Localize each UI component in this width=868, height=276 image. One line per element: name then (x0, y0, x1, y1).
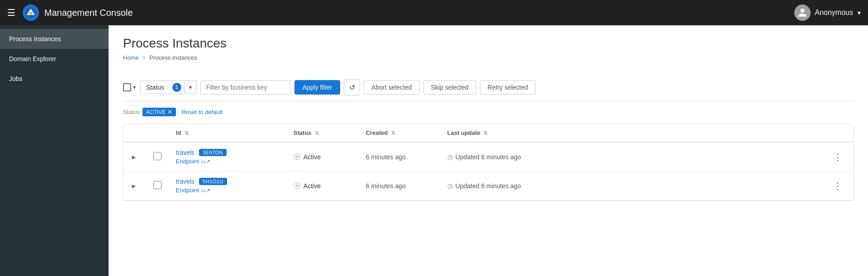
col-id-header: Id ⇅ (169, 124, 286, 142)
last-update-label: ◷ Updated 6 minutes ago (447, 153, 815, 161)
process-instances-table-container: Id ⇅ Status ⇅ Created ⇅ Last update (123, 124, 854, 201)
col-lastupdate-label: Last update (447, 129, 480, 136)
filter-tag-value-text: ACTIVE (146, 109, 166, 115)
filter-tag-close-btn[interactable]: ✕ (167, 109, 172, 115)
app-title: Management Console (44, 8, 794, 18)
layout: Process Instances Domain Explorer Jobs P… (0, 25, 868, 276)
row-created-cell: 6 minutes ago (359, 142, 440, 171)
filter-tags-row: Status ACTIVE ✕ Reset to default (123, 101, 854, 122)
col-expand-header (123, 124, 146, 142)
username-label: Anonymous (815, 9, 854, 17)
col-status-header: Status ⇅ (286, 124, 359, 142)
breadcrumb: Home > Process instances (123, 54, 854, 61)
sidebar-item-domain-explorer[interactable]: Domain Explorer (0, 49, 109, 69)
refresh-icon: ↺ (349, 83, 355, 92)
col-lastupdate-sort-icon[interactable]: ⇅ (484, 130, 488, 136)
row-actions-cell: ⋮ (822, 171, 853, 200)
row-lastupdate-cell: ◷ Updated 6 minutes ago (440, 142, 822, 171)
row-status-cell: ☉ Active (286, 142, 359, 171)
expand-arrow-icon[interactable]: ► (131, 153, 137, 161)
status-active-icon: ☉ (294, 181, 301, 191)
status-text: Active (304, 182, 321, 190)
row-created-cell: 6 minutes ago (359, 171, 440, 200)
row-status-cell: ☉ Active (286, 171, 359, 200)
row-checkbox-cell (146, 171, 169, 200)
process-instances-table: Id ⇅ Status ⇅ Created ⇅ Last update (123, 124, 853, 200)
endpoint-link[interactable]: Endpoint ▭↗ (176, 187, 279, 194)
status-filter-tag: Status ACTIVE ✕ (123, 108, 176, 116)
row-context-menu-button[interactable]: ⋮ (830, 150, 846, 164)
user-menu[interactable]: Anonymous ▾ (794, 5, 861, 21)
row-checkbox[interactable] (153, 181, 161, 189)
sidebar-label-domain-explorer: Domain Explorer (9, 55, 56, 62)
toolbar: ▾ Status 1 ▾ Apply filter ↺ Abort select… (123, 72, 854, 101)
expand-arrow-icon[interactable]: ► (131, 182, 137, 190)
business-key-input[interactable] (200, 80, 291, 95)
status-text: Active (304, 153, 321, 161)
sidebar-item-process-instances[interactable]: Process Instances (0, 29, 109, 49)
select-all-area: ▾ (123, 83, 137, 91)
abort-selected-button[interactable]: Abort selected (364, 80, 420, 95)
col-id-sort-icon[interactable]: ⇅ (185, 130, 189, 136)
row-id-cell: travels 3E97DN Endpoint ▭↗ (169, 142, 286, 171)
external-link-icon: ▭↗ (201, 158, 210, 165)
process-name-link[interactable]: travels (176, 178, 194, 185)
status-filter: Status 1 ▾ (140, 81, 197, 94)
status-filter-label: Status (141, 81, 170, 94)
reset-default-link[interactable]: Reset to default (181, 109, 223, 115)
row-expand-cell: ► (123, 171, 146, 200)
page-title: Process Instances (123, 36, 854, 51)
endpoint-label: Endpoint (176, 187, 199, 194)
created-time-label: 6 minutes ago (366, 153, 406, 161)
row-context-menu-button[interactable]: ⋮ (830, 179, 846, 193)
status-dropdown-btn[interactable]: ▾ (184, 81, 196, 93)
sidebar-item-jobs[interactable]: Jobs (0, 69, 109, 89)
apply-filter-button[interactable]: Apply filter (294, 80, 340, 95)
breadcrumb-separator: > (142, 54, 146, 61)
retry-selected-button[interactable]: Retry selected (480, 80, 536, 95)
update-history-icon: ◷ (447, 182, 453, 190)
update-history-icon: ◷ (447, 153, 453, 161)
col-created-label: Created (366, 129, 388, 136)
row-lastupdate-cell: ◷ Updated 6 minutes ago (440, 171, 822, 200)
row-id-cell: travels 5H1O1U Endpoint ▭↗ (169, 171, 286, 200)
select-dropdown-btn[interactable]: ▾ (132, 83, 137, 91)
main-content: Process Instances Home > Process instanc… (109, 25, 868, 276)
row-expand-cell: ► (123, 142, 146, 171)
status-active-icon: ☉ (294, 152, 301, 162)
user-dropdown-arrow[interactable]: ▾ (858, 9, 861, 16)
col-created-header: Created ⇅ (359, 124, 440, 142)
sidebar-label-jobs: Jobs (9, 75, 23, 82)
created-time-label: 6 minutes ago (366, 182, 406, 190)
endpoint-link[interactable]: Endpoint ▭↗ (176, 158, 279, 165)
filter-tag-label: Status (123, 109, 140, 115)
col-created-sort-icon[interactable]: ⇅ (391, 130, 395, 136)
table-row: ► travels 3E97DN Endpoint ▭↗ ☉ Active 6 … (123, 142, 853, 171)
select-all-checkbox[interactable] (123, 83, 131, 91)
filter-tag-value: ACTIVE ✕ (142, 108, 176, 116)
breadcrumb-current: Process instances (149, 54, 197, 61)
refresh-button[interactable]: ↺ (344, 79, 360, 95)
row-checkbox[interactable] (153, 152, 161, 160)
skip-selected-button[interactable]: Skip selected (423, 80, 476, 95)
col-lastupdate-header: Last update ⇅ (440, 124, 822, 142)
breadcrumb-home-link[interactable]: Home (123, 54, 139, 61)
col-actions-header (822, 124, 853, 142)
sidebar-label-process-instances: Process Instances (9, 35, 61, 43)
instance-id-badge: 3E97DN (199, 149, 227, 156)
table-body: ► travels 3E97DN Endpoint ▭↗ ☉ Active 6 … (123, 142, 853, 200)
col-status-label: Status (294, 129, 312, 136)
topbar: ☰ Management Console Anonymous ▾ (0, 0, 868, 25)
row-actions-cell: ⋮ (822, 142, 853, 171)
table-header-row: Id ⇅ Status ⇅ Created ⇅ Last update (123, 124, 853, 142)
status-count-badge: 1 (172, 83, 181, 92)
menu-icon[interactable]: ☰ (7, 7, 15, 18)
app-logo (23, 5, 39, 21)
instance-id-badge: 5H1O1U (199, 178, 227, 185)
endpoint-label: Endpoint (176, 158, 199, 165)
col-checkbox-header (146, 124, 169, 142)
svg-point-2 (29, 12, 33, 15)
process-name-link[interactable]: travels (176, 149, 194, 156)
col-status-sort-icon[interactable]: ⇅ (315, 130, 319, 136)
status-active-label: ☉ Active (294, 152, 351, 162)
